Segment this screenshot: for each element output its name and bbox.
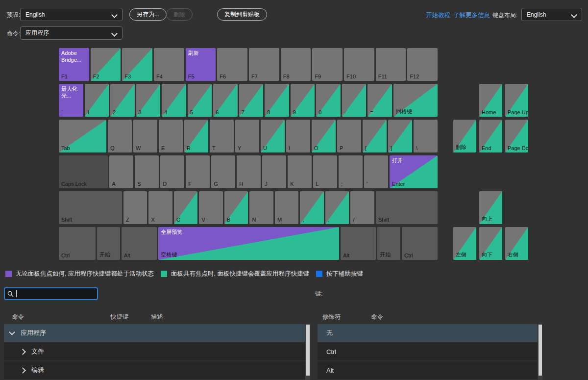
key-k[interactable]: K: [288, 155, 312, 188]
key-c[interactable]: C: [174, 191, 198, 224]
command-tree-row[interactable]: 文件: [4, 343, 305, 360]
key-arrow-left[interactable]: 左侧: [453, 227, 476, 260]
key-minus[interactable]: -: [342, 84, 367, 117]
key-s[interactable]: S: [135, 155, 159, 188]
key-arrow-up[interactable]: 向上: [479, 191, 502, 224]
key-v[interactable]: V: [199, 191, 223, 224]
key-page-down[interactable]: Page Down: [505, 120, 528, 152]
key-r[interactable]: R: [184, 120, 208, 152]
key-0[interactable]: 0: [316, 84, 341, 117]
key-slash[interactable]: /: [350, 191, 374, 224]
preset-select[interactable]: English: [20, 8, 122, 21]
key-y[interactable]: Y: [235, 120, 259, 152]
command-tree-row[interactable]: 编辑: [4, 361, 305, 379]
key-7[interactable]: 7: [239, 84, 264, 117]
key-f8[interactable]: F8: [281, 48, 311, 81]
key-l[interactable]: L: [313, 155, 337, 188]
key-f3[interactable]: F3: [122, 48, 152, 81]
key-6[interactable]: 6: [213, 84, 238, 117]
key-bracket-right[interactable]: ]: [388, 120, 412, 152]
key-d[interactable]: D: [160, 155, 184, 188]
key-f10[interactable]: F10: [344, 48, 374, 81]
delete-button[interactable]: 删除: [166, 8, 193, 21]
key-comma[interactable]: ,: [300, 191, 324, 224]
modifier-row[interactable]: Alt: [318, 361, 538, 379]
chevron-right-icon[interactable]: [20, 367, 26, 374]
key-home[interactable]: Home: [479, 84, 502, 117]
modifier-row[interactable]: 无: [318, 324, 538, 342]
key-p[interactable]: P: [337, 120, 361, 152]
command-select[interactable]: 应用程序: [20, 26, 122, 40]
key-delete[interactable]: 删除: [453, 120, 476, 152]
key-w[interactable]: W: [133, 120, 157, 152]
key-o[interactable]: O: [312, 120, 336, 152]
key-i[interactable]: I: [286, 120, 310, 152]
chevron-right-icon[interactable]: [20, 349, 26, 355]
search-box[interactable]: [4, 287, 98, 300]
key-a[interactable]: A: [109, 155, 133, 188]
learn-more-link[interactable]: 了解更多信息: [453, 11, 490, 20]
key-alt-right[interactable]: Alt: [341, 227, 376, 260]
key-alt-left[interactable]: Alt: [122, 227, 157, 260]
key-g[interactable]: G: [211, 155, 235, 188]
key-f[interactable]: F: [186, 155, 210, 188]
key-backslash[interactable]: \: [414, 120, 438, 152]
key-f12[interactable]: F12: [407, 48, 438, 81]
key-z[interactable]: Z: [123, 191, 147, 224]
key-backtick[interactable]: 最大化 光...`: [59, 84, 83, 117]
key-f9[interactable]: F9: [312, 48, 343, 81]
key-caps-lock[interactable]: Caps Lock: [59, 155, 108, 188]
key-f5[interactable]: 刷新F5: [186, 48, 216, 81]
search-input[interactable]: [17, 290, 95, 298]
key-t[interactable]: T: [210, 120, 234, 152]
key-u[interactable]: U: [261, 120, 285, 152]
key-q[interactable]: Q: [108, 120, 132, 152]
key-arrow-right[interactable]: 右侧: [505, 227, 528, 260]
key-4[interactable]: 4: [162, 84, 186, 117]
scrollbar-thumb[interactable]: [306, 325, 310, 376]
key-8[interactable]: 8: [265, 84, 289, 117]
key-equals[interactable]: =: [368, 84, 392, 117]
key-quote[interactable]: ': [364, 155, 388, 188]
key-3[interactable]: 3: [136, 84, 161, 117]
key-start-left[interactable]: 开始: [97, 227, 120, 260]
key-semicolon[interactable]: ;: [339, 155, 363, 188]
key-j[interactable]: J: [262, 155, 286, 188]
key-shift-right[interactable]: Shift: [376, 191, 438, 224]
key-enter[interactable]: 打开Enter: [390, 155, 438, 188]
key-h[interactable]: H: [237, 155, 261, 188]
key-b[interactable]: B: [224, 191, 248, 224]
key-end[interactable]: End: [479, 120, 502, 152]
key-f1[interactable]: Adobe Bridge...F1: [59, 48, 89, 81]
modifier-row[interactable]: Ctrl: [318, 343, 538, 360]
keyboard-layout-select[interactable]: English: [521, 8, 582, 21]
command-tree-row[interactable]: 应用程序: [4, 324, 305, 342]
key-ctrl-right[interactable]: Ctrl: [402, 227, 438, 260]
key-bracket-left[interactable]: [: [363, 120, 387, 152]
key-ctrl-left[interactable]: Ctrl: [59, 227, 96, 260]
modifier-list-scrollbar[interactable]: [538, 324, 542, 380]
key-x[interactable]: X: [148, 191, 172, 224]
key-shift-left[interactable]: Shift: [59, 191, 122, 224]
copy-to-clipboard-button[interactable]: 复制到剪贴板: [217, 8, 267, 21]
start-tutorial-link[interactable]: 开始教程: [426, 11, 450, 20]
key-period[interactable]: .: [325, 191, 349, 224]
scrollbar-thumb[interactable]: [539, 325, 542, 376]
key-5[interactable]: 5: [188, 84, 212, 117]
key-backspace[interactable]: 回格键: [393, 84, 438, 117]
key-2[interactable]: 2: [110, 84, 135, 117]
key-f11[interactable]: F11: [376, 48, 406, 81]
key-9[interactable]: 9: [291, 84, 315, 117]
key-tab[interactable]: Tab: [59, 120, 106, 152]
key-space[interactable]: 全屏预览空格键: [158, 227, 339, 260]
key-f6[interactable]: F6: [217, 48, 247, 81]
key-f7[interactable]: F7: [249, 48, 279, 81]
key-arrow-down[interactable]: 向下: [479, 227, 502, 260]
key-f4[interactable]: F4: [154, 48, 184, 81]
key-m[interactable]: M: [275, 191, 299, 224]
command-tree-scrollbar[interactable]: [305, 324, 310, 380]
save-as-button[interactable]: 另存为...: [129, 8, 167, 21]
key-n[interactable]: N: [249, 191, 273, 224]
key-1[interactable]: 1: [85, 84, 109, 117]
chevron-down-icon[interactable]: [9, 329, 15, 335]
